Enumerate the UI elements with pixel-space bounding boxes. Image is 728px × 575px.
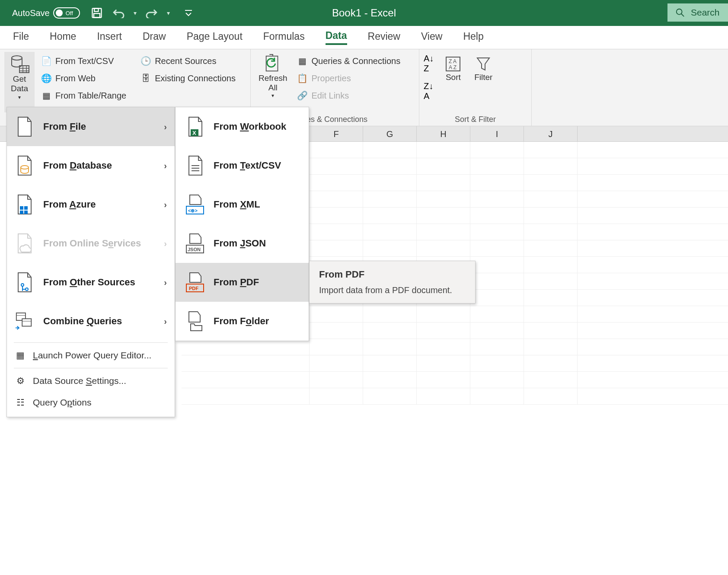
filter-icon — [475, 55, 492, 73]
svg-point-4 — [677, 9, 682, 15]
sort-az-icon[interactable]: A↓Z — [424, 54, 434, 73]
sort-button[interactable]: Z AA Z Sort — [438, 54, 468, 82]
from-web-button[interactable]: 🌐From Web — [37, 71, 130, 86]
chevron-right-icon: › — [164, 122, 167, 132]
tab-file[interactable]: File — [13, 31, 29, 44]
tooltip-from-pdf: From PDF Import data from a PDF document… — [309, 261, 476, 303]
from-text-csv-button[interactable]: 📄From Text/CSV — [37, 54, 130, 68]
tab-data[interactable]: Data — [326, 30, 347, 45]
json-icon: JSON — [185, 232, 205, 255]
menu-from-json[interactable]: JSON From JSON — [176, 224, 309, 263]
get-data-menu: From File › From Database › From Azure ›… — [6, 107, 175, 417]
menu-from-azure[interactable]: From Azure › — [7, 185, 175, 224]
menu-from-file[interactable]: From File › — [7, 107, 175, 146]
tooltip-description: Import data from a PDF document. — [319, 285, 466, 295]
settings-icon: ⚙ — [15, 375, 26, 387]
menu-from-folder[interactable]: From Folder — [176, 302, 309, 341]
menu-data-source-settings[interactable]: ⚙ Data Source Settings... — [7, 370, 175, 392]
search-box[interactable]: Search — [667, 3, 728, 22]
redo-dropdown-icon[interactable]: ▾ — [167, 10, 170, 16]
tab-insert[interactable]: Insert — [97, 31, 122, 44]
svg-rect-19 — [20, 211, 23, 214]
menu-label: Query Options — [33, 397, 91, 408]
menu-label: Combine Queries — [43, 316, 122, 327]
queries-connections-button[interactable]: ▦Queries & Connections — [294, 54, 404, 68]
search-placeholder: Search — [691, 7, 720, 18]
svg-rect-26 — [22, 319, 31, 326]
get-data-label: Get Data — [11, 74, 28, 93]
tab-view[interactable]: View — [421, 31, 442, 44]
undo-icon[interactable] — [112, 6, 125, 19]
menu-from-other-sources[interactable]: From Other Sources › — [7, 263, 175, 302]
menu-label: From Workbook — [214, 121, 286, 132]
col-F[interactable]: F — [310, 126, 363, 141]
sort-icon: Z AA Z — [444, 55, 462, 73]
svg-rect-7 — [19, 66, 29, 73]
menu-label: From Online Services — [43, 238, 141, 249]
recent-sources-button[interactable]: 🕒Recent Sources — [137, 54, 239, 68]
col-J[interactable]: J — [524, 126, 578, 141]
tab-help[interactable]: Help — [463, 31, 483, 44]
toggle-switch[interactable]: Off — [53, 7, 80, 19]
menu-label: From PDF — [214, 277, 259, 288]
col-H[interactable]: H — [417, 126, 470, 141]
menu-from-xml[interactable]: <⊕> From XML — [176, 185, 309, 224]
redo-icon[interactable] — [145, 6, 158, 19]
menu-label: From Azure — [43, 199, 96, 210]
file-csv-icon: 📄 — [41, 55, 52, 67]
link-icon: 🔗 — [297, 90, 308, 101]
get-data-button[interactable]: Get Data ▾ — [4, 52, 35, 112]
menu-label: Data Source Settings... — [33, 376, 126, 386]
options-icon: ☷ — [15, 397, 26, 408]
sort-za-icon[interactable]: Z↓A — [424, 81, 434, 101]
file-cloud-icon — [15, 232, 35, 255]
tab-draw[interactable]: Draw — [143, 31, 166, 44]
title-bar: AutoSave Off ▾ ▾ Book1 - Excel Search — [0, 0, 728, 26]
menu-label: From File — [43, 121, 86, 132]
menu-from-text-csv[interactable]: From Text/CSV — [176, 146, 309, 185]
svg-rect-20 — [24, 211, 28, 214]
file-db-icon — [15, 154, 35, 177]
menu-label: From Database — [43, 160, 112, 171]
chevron-right-icon: › — [164, 316, 167, 326]
menu-from-database[interactable]: From Database › — [7, 146, 175, 185]
text-csv-icon — [185, 154, 205, 177]
file-icon — [15, 115, 35, 138]
menu-label: From Other Sources — [43, 277, 135, 288]
tab-home[interactable]: Home — [50, 31, 76, 44]
tab-formulas[interactable]: Formulas — [263, 31, 305, 44]
save-icon[interactable] — [90, 6, 103, 19]
chevron-right-icon: › — [164, 200, 167, 210]
svg-text:JSON: JSON — [188, 247, 201, 252]
svg-line-5 — [681, 14, 684, 16]
col-I[interactable]: I — [470, 126, 524, 141]
menu-launch-pq-editor[interactable]: ▦ Launch Power Query Editor... — [7, 345, 175, 366]
from-file-submenu: X From Workbook From Text/CSV <⊕> From X… — [175, 107, 309, 341]
search-icon — [675, 8, 685, 17]
chevron-right-icon: › — [164, 161, 167, 171]
undo-dropdown-icon[interactable]: ▾ — [134, 10, 137, 16]
file-azure-icon — [15, 193, 35, 216]
menu-label: From JSON — [214, 238, 266, 249]
menu-query-options[interactable]: ☷ Query Options — [7, 392, 175, 413]
menu-from-workbook[interactable]: X From Workbook — [176, 107, 309, 146]
svg-rect-17 — [20, 206, 23, 210]
refresh-icon — [263, 54, 283, 73]
menu-combine-queries[interactable]: Combine Queries › — [7, 302, 175, 341]
menu-separator — [14, 342, 168, 343]
tab-review[interactable]: Review — [368, 31, 400, 44]
refresh-all-button[interactable]: Refresh All ▾ — [255, 52, 291, 112]
customize-qat-icon[interactable] — [182, 6, 195, 19]
chevron-right-icon: › — [164, 239, 167, 249]
autosave-toggle[interactable]: AutoSave Off — [12, 7, 80, 19]
svg-text:Z A: Z A — [449, 58, 457, 64]
database-icon — [9, 54, 30, 74]
db-icon: 🗄 — [140, 73, 151, 84]
menu-label: From Folder — [214, 316, 269, 327]
tab-page-layout[interactable]: Page Layout — [187, 31, 243, 44]
existing-connections-button[interactable]: 🗄Existing Connections — [137, 71, 239, 86]
menu-from-pdf[interactable]: PDF From PDF — [176, 263, 309, 302]
filter-button[interactable]: Filter — [468, 54, 498, 82]
col-G[interactable]: G — [363, 126, 417, 141]
from-table-range-button[interactable]: ▦From Table/Range — [37, 88, 130, 103]
